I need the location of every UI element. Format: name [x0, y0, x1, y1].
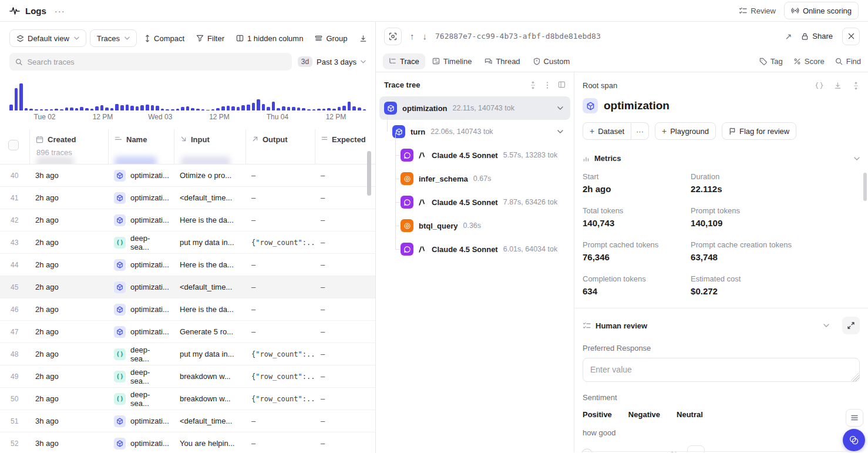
- table-row[interactable]: 45 2h ago () optimizati... <default_time…: [0, 276, 375, 298]
- compact-toggle-button[interactable]: Compact: [140, 29, 189, 47]
- share-button[interactable]: Share: [801, 32, 833, 41]
- scan-focus-icon: [389, 32, 397, 41]
- table-row[interactable]: 49 2h ago () deep-sea... breakdown w... …: [0, 365, 375, 388]
- preferred-response-input[interactable]: [583, 358, 860, 382]
- traces-mode-button[interactable]: Traces: [90, 29, 137, 47]
- histogram-bar: [363, 109, 366, 110]
- trace-tree-item[interactable]: Claude 4.5 Sonnet 5.57s, 13283 tok: [379, 143, 570, 167]
- page-menu-button[interactable]: ···: [55, 6, 65, 16]
- select-all-checkbox[interactable]: [8, 140, 19, 150]
- cell-name: optimizati...: [130, 193, 169, 202]
- ai-assistant-button[interactable]: [843, 429, 865, 451]
- open-in-new-icon[interactable]: ↗: [785, 32, 792, 41]
- chevron-down-icon[interactable]: [557, 130, 563, 133]
- tab-timeline[interactable]: Timeline: [426, 53, 478, 69]
- left-panel-scrollbar[interactable]: [367, 151, 371, 196]
- histogram-bar: [25, 108, 28, 110]
- column-header-output[interactable]: Output: [245, 129, 315, 164]
- cell-expected: –: [315, 238, 375, 247]
- search-traces-box[interactable]: [9, 53, 292, 71]
- focus-span-button[interactable]: [384, 28, 402, 45]
- trace-tree-item[interactable]: btql_query 0.36s: [379, 214, 570, 237]
- trace-tree-item[interactable]: turn 22.06s, 140743 tok: [379, 120, 570, 143]
- right-panel-scrollbar[interactable]: [863, 173, 867, 201]
- online-scoring-button[interactable]: Online scoring: [784, 2, 859, 19]
- score-button[interactable]: Score: [793, 57, 825, 66]
- expand-vertical-icon[interactable]: [852, 82, 860, 90]
- table-row[interactable]: 50 2h ago () deep-sea... breakdown w... …: [0, 388, 375, 410]
- column-header-expected[interactable]: Expected: [315, 129, 375, 164]
- cell-output: {"row_count":...: [245, 239, 315, 247]
- cell-expected: –: [315, 305, 375, 314]
- previous-trace-button[interactable]: ↑: [410, 31, 415, 41]
- tab-custom[interactable]: Custom: [527, 53, 576, 69]
- funnel-icon: [196, 35, 204, 42]
- table-row[interactable]: 41 2h ago () optimizati... <default_time…: [0, 187, 375, 209]
- expand-review-button[interactable]: [842, 317, 860, 334]
- task-type-icon: [114, 326, 126, 338]
- filter-button[interactable]: Filter: [192, 29, 228, 47]
- sentiment-label: Sentiment: [583, 393, 860, 402]
- slider-thumb[interactable]: [581, 449, 593, 453]
- hidden-columns-button[interactable]: 1 hidden column: [232, 29, 307, 47]
- cell-created: 2h ago: [29, 394, 108, 403]
- date-range-badge: 3d: [298, 56, 312, 67]
- search-traces-input[interactable]: [27, 58, 285, 66]
- histogram-bar: [186, 106, 190, 110]
- view-selector-button[interactable]: Default view: [9, 29, 86, 47]
- trace-tree-item[interactable]: Claude 4.5 Sonnet 7.87s, 63426 tok: [379, 190, 570, 214]
- sentiment-option-positive[interactable]: Positive: [583, 410, 612, 419]
- export-button[interactable]: [355, 29, 371, 47]
- json-braces-icon[interactable]: [815, 82, 823, 89]
- chevron-down-icon[interactable]: [557, 106, 563, 110]
- task-type-icon: [114, 170, 126, 182]
- find-button[interactable]: Find: [835, 57, 861, 66]
- table-row[interactable]: 44 2h ago () optimizati... Here is the d…: [0, 254, 375, 276]
- download-icon[interactable]: [834, 82, 842, 89]
- tab-trace[interactable]: Trace: [383, 53, 425, 69]
- open-in-playground-button[interactable]: + Playground: [655, 122, 716, 140]
- side-panel-icon[interactable]: [558, 81, 566, 88]
- add-to-dataset-button[interactable]: + Dataset: [583, 122, 631, 140]
- sentiment-option-neutral[interactable]: Neutral: [677, 410, 703, 419]
- table-row[interactable]: 43 2h ago () deep-sea... put my data in.…: [0, 231, 375, 254]
- tab-thread[interactable]: Thread: [479, 53, 526, 69]
- detail-menu-button[interactable]: [846, 409, 863, 427]
- sentiment-option-negative[interactable]: Negative: [628, 410, 660, 419]
- table-row[interactable]: 48 2h ago () deep-sea... put my data in.…: [0, 343, 375, 365]
- online-scoring-label: Online scoring: [803, 6, 852, 15]
- tag-button[interactable]: Tag: [759, 57, 783, 66]
- expand-collapse-all-icon[interactable]: [529, 81, 537, 89]
- trace-tree-item[interactable]: Claude 4.5 Sonnet 6.01s, 64034 tok: [379, 237, 570, 261]
- flag-for-review-button[interactable]: Flag for review: [722, 122, 796, 140]
- histogram-bar: [221, 106, 225, 110]
- close-panel-button[interactable]: [842, 28, 860, 45]
- histogram-bar: [312, 109, 316, 110]
- table-row[interactable]: 51 3h ago () optimizati... <default_time…: [0, 410, 375, 432]
- more-options-icon[interactable]: [546, 81, 549, 89]
- histogram-bar: [358, 108, 361, 110]
- trace-tree-item[interactable]: optimization 22.11s, 140743 tok: [379, 96, 570, 120]
- updown-arrows-icon: [144, 35, 150, 42]
- table-row[interactable]: 47 2h ago () optimizati... Generate 5 ro…: [0, 321, 375, 343]
- span-name: optimization: [402, 104, 448, 113]
- table-row[interactable]: 40 3h ago () optimizati... Otimize o pro…: [0, 165, 375, 187]
- metric-item: Duration 22.112s: [691, 172, 860, 194]
- chevron-down-icon[interactable]: [854, 157, 860, 160]
- arrow-up-right-icon: [252, 136, 258, 142]
- trace-tree-item[interactable]: infer_schema 0.67s: [379, 167, 570, 190]
- table-row[interactable]: 42 2h ago () optimizati... Here is the d…: [0, 209, 375, 231]
- trace-id: 762887e7-cc99-4b73-afbf-d8bde81ebd83: [435, 32, 601, 41]
- table-row[interactable]: 46 2h ago () optimizati... Here is the d…: [0, 298, 375, 321]
- date-range-selector[interactable]: 3d Past 3 days: [298, 56, 366, 67]
- tree-connector-stub: [395, 179, 400, 179]
- group-button[interactable]: Group: [311, 29, 351, 47]
- review-button[interactable]: Review: [739, 6, 776, 15]
- chevron-down-icon[interactable]: [823, 324, 829, 327]
- dataset-more-button[interactable]: ···: [631, 122, 649, 140]
- next-trace-button[interactable]: ↓: [423, 31, 428, 41]
- metric-label: Completion tokens: [583, 274, 691, 283]
- metric-item: Prompt cached tokens 76,346: [583, 240, 691, 262]
- table-row[interactable]: 52 3h ago () optimizati... You are helpi…: [0, 432, 375, 453]
- trace-volume-histogram[interactable]: Tue 0212 PMWed 0312 PMThu 0412 PM: [9, 80, 366, 125]
